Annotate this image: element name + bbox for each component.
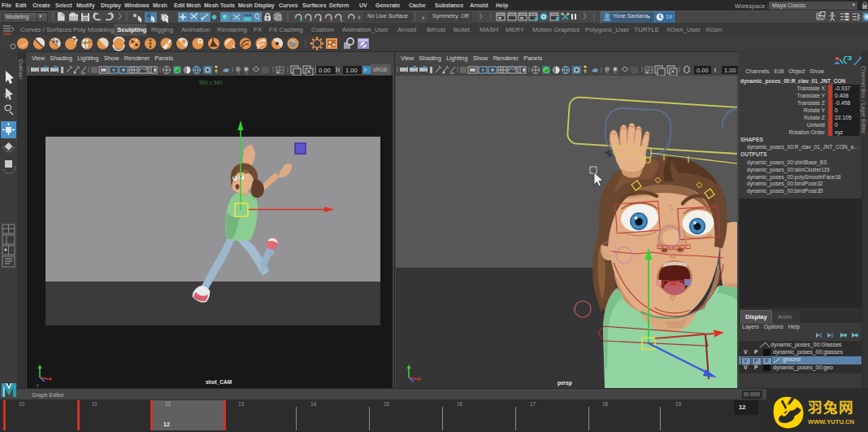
svg-text:960 x 540: 960 x 540: [199, 80, 223, 85]
svg-text:shot_CAM: shot_CAM: [206, 379, 232, 385]
svg-text:1.00: 1.00: [724, 67, 736, 74]
svg-text:0.00: 0.00: [697, 67, 709, 74]
svg-text:0.00: 0.00: [319, 67, 331, 74]
svg-text:persp: persp: [558, 380, 572, 386]
svg-text:1.00: 1.00: [345, 67, 358, 74]
